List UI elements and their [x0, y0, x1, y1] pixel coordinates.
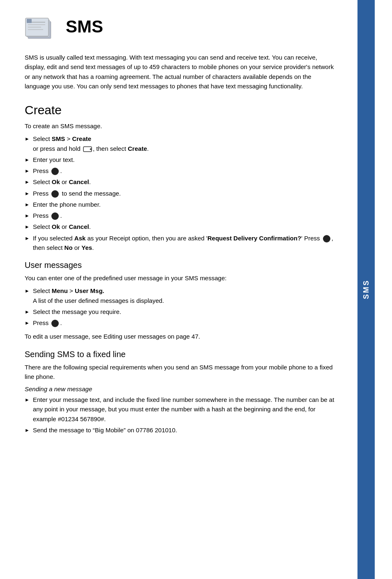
user-msg-edit-note: To edit a user message, see Editing user…: [25, 332, 337, 341]
fixed-bullet-2: ►: [25, 427, 30, 434]
create-intro: To create an SMS message.: [25, 121, 337, 131]
sidebar: SMS: [357, 0, 375, 579]
bullet-arrow-8: ►: [25, 223, 30, 231]
sending-fixed-step-2-content: Send the message to “Big Mobile” on 0778…: [33, 425, 337, 435]
user-msg-step-2-content: Select the message you require.: [33, 307, 337, 316]
create-step-6-content: Enter the phone number.: [33, 200, 337, 209]
sending-fixed-intro: There are the following special requirem…: [25, 362, 337, 382]
create-step-7: ► Press .: [25, 211, 337, 220]
bullet-arrow-4: ►: [25, 178, 30, 186]
sidebar-label: SMS: [362, 279, 371, 299]
user-msg-step-1-content: Select Menu > User Msg. A list of the us…: [33, 286, 337, 305]
bullet-arrow-9: ►: [25, 235, 30, 242]
bullet-arrow-6: ►: [25, 201, 30, 209]
create-step-6: ► Enter the phone number.: [25, 200, 337, 209]
sms-bold: SMS: [52, 135, 65, 142]
sending-fixed-list: ► Enter your message text, and include t…: [25, 395, 337, 435]
create-step-3-content: Press .: [33, 166, 337, 175]
sms-icon: [25, 16, 58, 45]
page-container: SMS SMS is usually called text messaging…: [0, 0, 392, 579]
bullet-arrow-5: ►: [25, 190, 30, 198]
svg-point-12: [51, 212, 59, 220]
svg-rect-7: [27, 19, 32, 23]
create-step-5: ► Press to send the message.: [25, 189, 337, 198]
page-header: SMS: [25, 16, 337, 45]
create-bold-2: Create: [128, 145, 147, 152]
page-title: SMS: [66, 16, 103, 36]
sending-fixed-step-1: ► Enter your message text, and include t…: [25, 395, 337, 424]
bullet-arrow-1: ►: [25, 135, 30, 143]
user-messages-list: ► Select Menu > User Msg. A list of the …: [25, 286, 337, 328]
sending-italic-text: Sending a new message: [25, 385, 92, 392]
user-messages-title: User messages: [25, 261, 337, 270]
create-step-8-content: Select Ok or Cancel.: [33, 222, 337, 231]
create-step-5-content: Press to send the message.: [33, 189, 337, 198]
intro-text: SMS is usually called text messaging. Wi…: [25, 53, 337, 91]
create-steps-list: ► Select SMS > Create or press and hold …: [25, 134, 337, 252]
create-step-4: ► Select Ok or Cancel.: [25, 177, 337, 187]
sending-new-message-label: Sending a new message: [25, 385, 337, 392]
create-step-4-content: Select Ok or Cancel.: [33, 177, 337, 187]
user-msg-step-3-content: Press .: [33, 318, 337, 328]
svg-point-10: [51, 168, 59, 175]
create-bold: Create: [72, 135, 91, 142]
sending-fixed-step-1-content: Enter your message text, and include the…: [33, 395, 337, 424]
user-bullet-2: ►: [25, 308, 30, 316]
user-msg-step-1: ► Select Menu > User Msg. A list of the …: [25, 286, 337, 305]
create-step-1-subtext: or press and hold , then select Create.: [33, 145, 149, 152]
create-step-9-content: If you selected Ask as your Receipt opti…: [33, 233, 337, 253]
fixed-bullet-1: ►: [25, 396, 30, 404]
user-bullet-3: ►: [25, 319, 30, 327]
create-step-1-content: Select SMS > Create or press and hold , …: [33, 134, 337, 153]
user-msg-step-2: ► Select the message you require.: [25, 307, 337, 316]
bullet-arrow-3: ►: [25, 167, 30, 175]
sending-fixed-title: Sending SMS to a fixed line: [25, 350, 337, 359]
create-step-8: ► Select Ok or Cancel.: [25, 222, 337, 231]
main-content: SMS SMS is usually called text messaging…: [0, 0, 357, 579]
user-msg-step-3: ► Press .: [25, 318, 337, 328]
create-step-1: ► Select SMS > Create or press and hold …: [25, 134, 337, 153]
svg-point-11: [51, 190, 59, 198]
create-step-7-content: Press .: [33, 211, 337, 220]
svg-marker-9: [90, 148, 91, 150]
bullet-arrow-2: ►: [25, 156, 30, 164]
svg-point-13: [323, 235, 330, 242]
create-step-2-content: Enter your text.: [33, 155, 337, 164]
svg-point-14: [51, 320, 59, 327]
user-bullet-1: ►: [25, 287, 30, 295]
create-step-9: ► If you selected Ask as your Receipt op…: [25, 233, 337, 253]
create-step-2: ► Enter your text.: [25, 155, 337, 164]
bullet-arrow-7: ►: [25, 212, 30, 220]
create-step-3: ► Press .: [25, 166, 337, 175]
user-messages-intro: You can enter one of the predefined user…: [25, 273, 337, 283]
user-msg-subtext: A list of the user defined messages is d…: [33, 297, 164, 304]
sending-fixed-step-2: ► Send the message to “Big Mobile” on 07…: [25, 425, 337, 435]
create-section-title: Create: [25, 103, 337, 117]
